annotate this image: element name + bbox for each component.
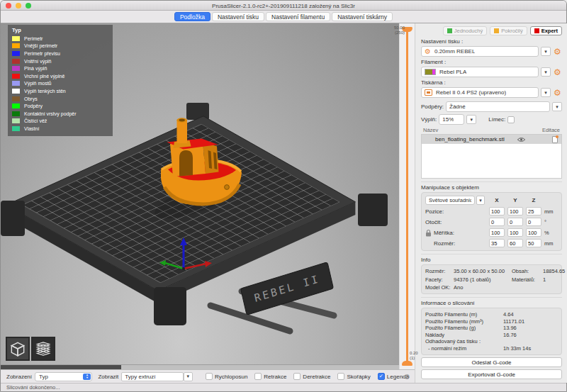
rotate-y-input[interactable]	[507, 218, 523, 226]
edit-object-icon[interactable]	[552, 136, 558, 143]
slider-settings-icon[interactable]: ⚙	[404, 374, 410, 381]
checkbox-shells[interactable]: ✓ Skořápky	[337, 373, 370, 380]
brim-checkbox[interactable]: ✓	[507, 116, 515, 123]
unretractions-label: Deretrakce	[303, 374, 330, 380]
mode-advanced-button[interactable]: Pokročilý	[490, 26, 527, 35]
infill-select[interactable]: 15%	[439, 114, 464, 125]
print-settings-gear-button[interactable]: ⚙	[553, 47, 562, 56]
filament-select[interactable]: Rebel PLA	[421, 67, 539, 77]
select-stepper-icon: ▲ ▼	[83, 374, 91, 380]
scale-x-input[interactable]	[489, 228, 505, 237]
color-chip	[12, 118, 20, 123]
infill-dropdown-button[interactable]: ▾	[466, 115, 476, 124]
view-type-select[interactable]: Typ ▲ ▼	[35, 372, 92, 381]
legend-item: Vnější perimetr	[12, 43, 108, 50]
legend-item: Kontaktní vrstvy podpěr	[12, 110, 108, 118]
tab-printer-settings[interactable]: Nastavení tiskárny	[332, 12, 393, 21]
info-volume-value: 18854.65	[543, 268, 565, 274]
legend-checkbox[interactable]: ✓	[378, 373, 385, 380]
travel-checkbox[interactable]: ✓	[206, 373, 213, 380]
checkbox-retractions[interactable]: ✓ Retrakce	[254, 373, 286, 380]
scale-y-input[interactable]	[507, 228, 523, 237]
checkbox-travel[interactable]: ✓ Rychloposun	[206, 373, 247, 380]
unretractions-checkbox[interactable]: ✓	[293, 373, 301, 380]
lock-icon[interactable]	[425, 229, 432, 237]
eye-icon[interactable]	[517, 137, 525, 142]
status-text: Slicování dokončeno...	[6, 384, 60, 391]
checkbox-unretractions[interactable]: ✓ Deretrakce	[293, 373, 330, 380]
layer-slider-min-label: 0.20 (1)	[410, 351, 428, 361]
tab-filament-settings[interactable]: Nastavení filamentu	[266, 12, 330, 21]
size-y-input[interactable]	[507, 239, 523, 247]
scale-unit: %	[544, 230, 556, 236]
filament-gear-button[interactable]: ⚙	[553, 68, 562, 77]
advanced-mode-swatch	[494, 28, 499, 33]
info-facets-label: Facety:	[425, 276, 454, 283]
legend-item: Obrys	[12, 95, 108, 103]
rotate-z-input[interactable]	[526, 218, 541, 226]
printer-value: Rebel II 0.4 PS2 (upraveno)	[436, 89, 506, 96]
rotate-unit: °	[544, 219, 556, 225]
filament-value: Rebel PLA	[439, 69, 466, 75]
mode-expert-button[interactable]: Expert	[530, 26, 562, 35]
size-z-input[interactable]	[526, 239, 541, 247]
axis-header-x: X	[489, 197, 505, 203]
travel-label: Rychloposun	[215, 374, 247, 380]
axis-header-y: Y	[507, 197, 523, 203]
send-gcode-button[interactable]: Odeslat G-code	[421, 357, 562, 367]
tab-print-settings[interactable]: Nastavení tisku	[212, 12, 264, 21]
print-settings-dropdown-button[interactable]: ▾	[541, 47, 551, 56]
info-size-value: 35.00 x 60.00 x 50.00	[454, 268, 512, 274]
legend-item: Perimetr	[12, 35, 108, 43]
supports-dropdown-button[interactable]: ▾	[552, 102, 562, 111]
3d-viewport[interactable]: REBEL II Typ Perimetr Vnější perimetr Pe…	[1, 23, 399, 369]
export-gcode-button[interactable]: Exportovat G-code	[421, 369, 562, 379]
show-features-value: Typy extruzí	[125, 374, 155, 380]
view-3d-button[interactable]	[6, 337, 30, 361]
view-layers-button[interactable]	[31, 337, 55, 361]
horizontal-slider-thumb[interactable]	[1, 365, 121, 369]
chevron-down-icon: ▾	[544, 90, 547, 96]
layer-slider-strip: 50.00 (250) 0.20 (1)	[399, 23, 415, 369]
filament-color-swatch	[425, 69, 436, 75]
printer-select[interactable]: Rebel II 0.4 PS2 (upraveno)	[421, 87, 539, 98]
filament-dropdown-button[interactable]: ▾	[541, 67, 551, 77]
info-materials-label: Materiálů:	[512, 276, 543, 283]
show-features-field[interactable]: Typy extruzí	[121, 372, 183, 381]
legend-item: Vnitřní výplň	[12, 57, 108, 65]
printer-nameplate: REBEL II	[241, 262, 334, 315]
legend-item: Podpěry	[12, 102, 108, 110]
object-row[interactable]: ben_floating_benchmark.stl	[422, 135, 561, 144]
expert-mode-swatch	[534, 28, 539, 33]
coordinate-system-select[interactable]: Světové souřadnice	[425, 196, 475, 205]
printer-gear-button[interactable]: ⚙	[553, 89, 562, 97]
tab-platter[interactable]: Podložka	[174, 12, 210, 21]
position-x-input[interactable]	[489, 207, 505, 215]
mode-simple-button[interactable]: Jednoduchý	[443, 26, 487, 35]
show-features-dropdown-button[interactable]: ▾	[184, 372, 193, 381]
retractions-checkbox[interactable]: ✓	[254, 373, 262, 380]
shells-checkbox[interactable]: ✓	[337, 373, 344, 380]
supports-label: Podpěry:	[421, 103, 444, 110]
scale-z-input[interactable]	[526, 228, 541, 237]
printer-dropdown-button[interactable]: ▾	[541, 88, 551, 97]
position-z-input[interactable]	[526, 207, 541, 215]
supports-select[interactable]: Žádné	[446, 101, 550, 112]
chevron-down-icon: ▾	[556, 104, 558, 110]
viewport-column: REBEL II Typ Perimetr Vnější perimetr Pe…	[1, 23, 415, 383]
chevron-down-icon: ▾	[470, 117, 473, 123]
chevron-down-icon: ▾	[544, 49, 547, 55]
layer-slider-lower-handle[interactable]	[402, 361, 412, 366]
legend-item: Plná výplň	[12, 65, 108, 72]
view-mode-toggle	[6, 337, 55, 361]
size-x-input[interactable]	[489, 239, 505, 247]
position-y-input[interactable]	[507, 207, 523, 215]
layer-slider-track[interactable]	[406, 30, 408, 364]
view-select-label: Zobrazení	[6, 374, 32, 380]
print-settings-select[interactable]: ⚙ 0.20mm REBEL	[421, 46, 539, 57]
coordinate-dropdown-button[interactable]: ▾	[476, 196, 485, 205]
color-chip	[12, 89, 20, 94]
horizontal-layer-slider[interactable]	[1, 364, 399, 369]
check-icon: ✓	[509, 117, 513, 123]
rotate-x-input[interactable]	[489, 218, 505, 226]
